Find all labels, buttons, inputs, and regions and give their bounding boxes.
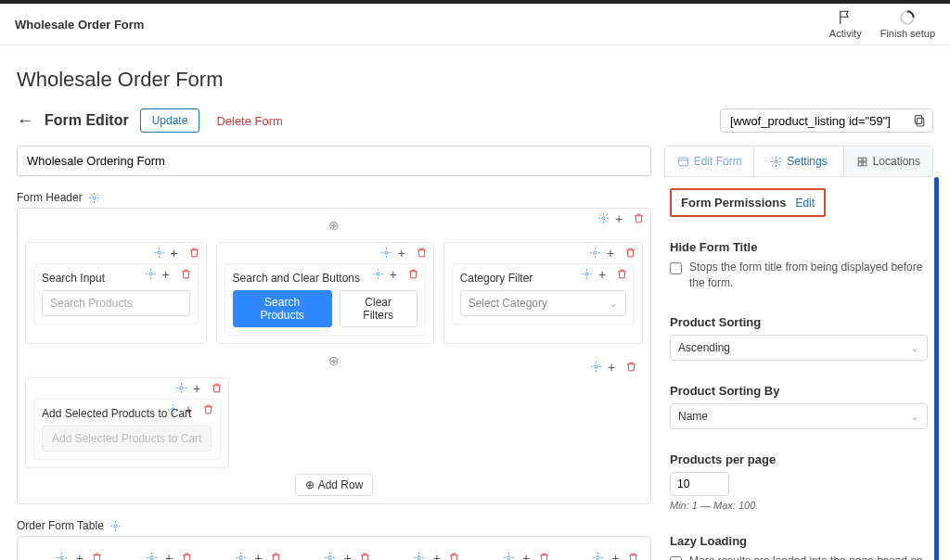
checkbox-input[interactable]	[670, 556, 682, 560]
gear-icon[interactable]	[235, 552, 247, 560]
trash-icon[interactable]	[211, 382, 223, 394]
plus-icon[interactable]: +	[610, 552, 622, 560]
svg-point-14	[114, 524, 117, 527]
add-zone-icon[interactable]: ⊕	[328, 351, 340, 370]
plus-icon[interactable]: +	[185, 403, 197, 415]
shortcode-input[interactable]	[730, 114, 912, 128]
hide-form-title-checkbox[interactable]: Stops the form title from being displaye…	[670, 260, 928, 292]
products-per-page-input[interactable]	[670, 472, 729, 496]
plus-icon[interactable]: +	[390, 268, 402, 280]
add-selected-button[interactable]: Add Selected Products to Cart	[42, 426, 212, 452]
gear-icon[interactable]	[589, 247, 601, 259]
trash-icon[interactable]	[270, 552, 282, 560]
trash-icon[interactable]	[538, 552, 550, 560]
trash-icon[interactable]	[624, 247, 636, 259]
trash-icon[interactable]	[359, 552, 371, 560]
trash-icon[interactable]	[181, 552, 193, 560]
plus-icon[interactable]: +	[608, 361, 620, 373]
product-sorting-select[interactable]: Ascending ⌄	[670, 335, 928, 361]
gear-icon[interactable]	[56, 552, 68, 560]
add-row-button[interactable]: ⊕ Add Row	[295, 474, 374, 496]
gear-icon[interactable]	[109, 520, 122, 532]
gear-icon[interactable]	[145, 268, 157, 280]
products-per-page-hint: Min: 1 — Max: 100	[670, 500, 928, 511]
plus-icon[interactable]: +	[598, 268, 610, 280]
back-arrow-icon[interactable]: ←	[17, 111, 33, 131]
plus-icon[interactable]: +	[520, 552, 533, 560]
plus-icon[interactable]: +	[430, 552, 443, 560]
gear-icon[interactable]	[380, 247, 392, 259]
delete-form-link[interactable]: Delete Form	[216, 114, 283, 128]
trash-icon[interactable]	[416, 247, 428, 259]
shortcode-field[interactable]	[720, 108, 933, 133]
gear-icon[interactable]	[153, 247, 165, 259]
editor-title: Form Editor	[45, 112, 129, 129]
clear-filters-button[interactable]: Clear Filters	[340, 290, 417, 327]
gear-icon[interactable]	[590, 361, 602, 373]
tab-label: Locations	[873, 155, 920, 168]
plus-icon[interactable]: +	[607, 247, 619, 259]
svg-rect-24	[858, 158, 862, 161]
trash-icon[interactable]	[188, 247, 200, 259]
plus-icon[interactable]: +	[163, 552, 175, 560]
activity-label: Activity	[829, 28, 862, 39]
trash-icon[interactable]	[627, 552, 639, 560]
tab-settings[interactable]: Settings	[753, 146, 843, 176]
plus-icon[interactable]: +	[341, 552, 353, 560]
hide-form-title-desc: Stops the form title from being displaye…	[689, 260, 928, 292]
trash-icon[interactable]	[448, 552, 460, 560]
trash-icon[interactable]	[407, 268, 419, 280]
trash-icon[interactable]	[633, 212, 645, 224]
svg-point-7	[385, 251, 388, 254]
plus-icon[interactable]: +	[171, 247, 183, 259]
gear-icon	[770, 156, 782, 168]
plus-icon[interactable]: +	[252, 552, 264, 560]
gear-icon[interactable]	[592, 552, 604, 560]
gear-icon[interactable]	[372, 268, 384, 280]
gear-icon[interactable]	[597, 212, 610, 224]
search-products-input[interactable]: Search Products	[42, 290, 190, 316]
trash-icon[interactable]	[616, 268, 628, 280]
checkbox-input[interactable]	[670, 262, 682, 274]
tab-edit-form[interactable]: Edit Form	[665, 146, 753, 176]
gear-icon[interactable]	[324, 552, 336, 560]
plus-icon[interactable]: +	[398, 247, 410, 259]
finish-setup-button[interactable]: Finish setup	[880, 9, 935, 39]
copy-icon[interactable]	[912, 113, 927, 128]
trash-icon[interactable]	[625, 361, 637, 373]
trash-icon[interactable]	[91, 552, 103, 560]
svg-point-16	[149, 556, 152, 559]
gear-icon[interactable]	[581, 268, 593, 280]
trash-icon[interactable]	[202, 403, 214, 415]
product-sorting-by-select[interactable]: Name ⌄	[670, 403, 928, 429]
tab-locations[interactable]: Locations	[844, 146, 932, 176]
gear-icon[interactable]	[167, 403, 179, 415]
scrollbar[interactable]	[934, 177, 939, 560]
trash-icon[interactable]	[180, 268, 192, 280]
gear-icon[interactable]	[503, 552, 515, 560]
search-products-button[interactable]: Search Products	[233, 290, 332, 327]
gear-icon[interactable]	[175, 382, 187, 394]
add-zone-icon[interactable]: ⊕	[328, 216, 340, 235]
plus-icon[interactable]: +	[193, 382, 205, 394]
form-permissions-edit-link[interactable]: Edit	[795, 197, 815, 210]
lazy-loading-checkbox[interactable]: More results are loaded into the page ba…	[670, 554, 928, 560]
gear-icon[interactable]	[146, 552, 158, 560]
form-name-input[interactable]	[17, 146, 651, 176]
activity-button[interactable]: Activity	[829, 9, 862, 39]
plus-icon[interactable]: +	[162, 268, 174, 280]
page-title: Wholesale Order Form	[17, 68, 933, 92]
tab-label: Edit Form	[694, 155, 742, 168]
gear-icon[interactable]	[413, 552, 425, 560]
category-select[interactable]: Select Category ⌄	[460, 290, 626, 316]
plus-icon[interactable]: +	[73, 552, 85, 560]
svg-rect-1	[917, 118, 923, 126]
widget-search-clear: + + Search and Clear Buttons Searc	[216, 242, 434, 344]
plus-icon[interactable]: +	[615, 212, 627, 224]
update-button[interactable]: Update	[140, 108, 200, 133]
table-column: +Image	[25, 554, 107, 560]
gear-icon[interactable]	[88, 192, 100, 204]
form-header-label: Form Header	[17, 191, 83, 204]
svg-rect-25	[863, 158, 867, 161]
svg-point-13	[172, 408, 174, 411]
